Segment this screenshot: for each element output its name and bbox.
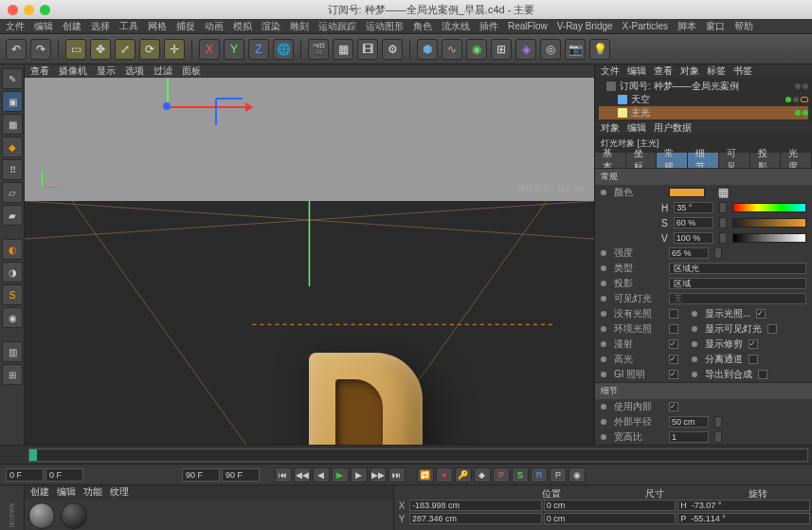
array-button[interactable]: ⊞ [491, 39, 512, 60]
timeline-track[interactable] [28, 448, 808, 462]
menu-file[interactable]: 文件 [6, 20, 25, 33]
close-icon[interactable] [8, 5, 18, 15]
redo-button[interactable]: ↷ [30, 39, 51, 60]
frame-end-input[interactable] [182, 468, 220, 482]
tab-photo[interactable]: 光度 [781, 153, 812, 168]
tab-visible[interactable]: 可见 [719, 153, 750, 168]
viewport-single-icon[interactable]: ▥ [2, 341, 23, 362]
hue-gradient[interactable] [732, 203, 806, 212]
gi-check[interactable] [669, 370, 678, 379]
om-book[interactable]: 书签 [733, 64, 752, 78]
color-mode-icon[interactable]: ▦ [716, 187, 730, 198]
key-param-button[interactable]: P [550, 467, 567, 483]
rot-h-input[interactable] [677, 500, 810, 511]
attr-user[interactable]: 用户数据 [654, 121, 692, 135]
show-illum-check[interactable] [756, 309, 766, 319]
point-mode-icon[interactable]: ⠿ [2, 159, 23, 180]
playhead-icon[interactable] [29, 449, 37, 461]
om-obj[interactable]: 对象 [680, 64, 699, 78]
menu-track[interactable]: 运动跟踪 [318, 20, 356, 33]
vp-panel[interactable]: 面板 [182, 64, 201, 78]
specular-check[interactable] [669, 355, 678, 364]
menu-edit[interactable]: 编辑 [34, 20, 53, 33]
sat-input[interactable] [674, 217, 713, 228]
viewport-quad-icon[interactable]: ⊞ [2, 364, 23, 385]
menu-vray[interactable]: V-Ray Bridge [557, 21, 613, 31]
menu-sculpt[interactable]: 雕刻 [290, 20, 309, 33]
tab-general[interactable]: 常规 [657, 153, 688, 168]
sat-gradient[interactable] [732, 218, 806, 228]
edge-mode-icon[interactable]: ▱ [2, 182, 23, 203]
render-settings-button[interactable]: ⚙ [382, 39, 403, 60]
outer-radius-input[interactable] [669, 416, 709, 428]
vp-display[interactable]: 显示 [97, 64, 116, 78]
om-view[interactable]: 查看 [654, 64, 673, 78]
menu-help[interactable]: 帮助 [734, 20, 753, 33]
menu-script[interactable]: 脚本 [677, 20, 696, 33]
tree-row-root[interactable]: 订阅号: 种梦——全局光案例 [599, 80, 808, 93]
frame-start-input[interactable] [6, 468, 44, 482]
sep-pass-check[interactable] [749, 355, 758, 364]
prev-frame-button[interactable]: ◀ [313, 467, 330, 483]
material-ball[interactable] [61, 503, 87, 529]
enable-axis-icon[interactable]: ◐ [2, 239, 23, 260]
export-comp-check[interactable] [758, 370, 767, 379]
record-button[interactable]: ● [436, 467, 453, 483]
y-axis-button[interactable]: Y [224, 39, 244, 60]
menu-render[interactable]: 渲染 [262, 20, 280, 33]
z-axis-button[interactable]: Z [248, 39, 269, 60]
key-rot-button[interactable]: R [531, 467, 548, 483]
ambient-check[interactable] [669, 324, 678, 334]
tab-shadow[interactable]: 投影 [750, 153, 782, 168]
rot-p-input[interactable] [677, 513, 810, 524]
size-y-input[interactable] [544, 513, 677, 524]
menu-create[interactable]: 创建 [63, 20, 81, 33]
val-gradient[interactable] [732, 233, 806, 243]
visible-dropdown[interactable]: 无 [669, 293, 806, 304]
maximize-icon[interactable] [40, 5, 50, 15]
om-tags[interactable]: 标签 [707, 64, 726, 78]
no-illum-check[interactable] [669, 309, 678, 319]
render-region-button[interactable]: ▦ [333, 39, 353, 60]
cube-button[interactable]: ⬢ [417, 39, 438, 60]
psr-tool[interactable]: ✛ [164, 39, 185, 60]
menu-anim[interactable]: 动画 [205, 20, 224, 33]
key-pos-button[interactable]: P [493, 467, 510, 483]
attr-mode[interactable]: 对象 [601, 121, 620, 135]
menu-tools[interactable]: 工具 [119, 20, 138, 33]
menu-sim[interactable]: 模拟 [233, 20, 252, 33]
model-mode-icon[interactable]: ▣ [2, 91, 23, 112]
om-edit[interactable]: 编辑 [627, 64, 646, 78]
frame-current-input[interactable] [45, 468, 83, 482]
aspect-input[interactable] [669, 431, 709, 443]
scale-tool[interactable]: ⤢ [115, 39, 135, 60]
shadow-dropdown[interactable]: 区域 [669, 278, 806, 289]
step-back-button[interactable]: ◀◀ [294, 467, 311, 483]
timeline[interactable]: 0 [0, 445, 812, 464]
undo-button[interactable]: ↶ [6, 39, 27, 60]
pos-x-input[interactable] [409, 500, 542, 511]
show-clip-check[interactable] [749, 339, 758, 349]
move-tool[interactable]: ✥ [90, 39, 111, 60]
minimize-icon[interactable] [24, 5, 34, 15]
frame-end2-input[interactable] [222, 468, 260, 482]
attr-edit[interactable]: 编辑 [627, 121, 646, 135]
menu-snap[interactable]: 捕捉 [176, 20, 195, 33]
tab-detail[interactable]: 细节 [688, 153, 719, 168]
render-view-button[interactable]: 🎬 [308, 39, 329, 60]
menu-select[interactable]: 选择 [91, 20, 110, 33]
autokey-button[interactable]: 🔑 [455, 467, 472, 483]
menu-pipe[interactable]: 流水线 [442, 20, 470, 33]
menu-xp[interactable]: X-Particles [623, 21, 668, 31]
rotate-tool[interactable]: ⟳ [139, 39, 160, 60]
vp-camera[interactable]: 摄像机 [59, 64, 87, 78]
keyframe-button[interactable]: ◆ [474, 467, 491, 483]
x-axis-button[interactable]: X [199, 39, 220, 60]
stepper-icon[interactable] [719, 202, 727, 213]
viewport-solo-icon[interactable]: ◑ [2, 262, 23, 283]
size-x-input[interactable] [544, 500, 677, 511]
render-pv-button[interactable]: 🎞 [357, 39, 378, 60]
menu-realflow[interactable]: RealFlow [508, 21, 548, 31]
type-dropdown[interactable]: 区域光 [669, 263, 806, 274]
val-input[interactable] [674, 232, 713, 244]
